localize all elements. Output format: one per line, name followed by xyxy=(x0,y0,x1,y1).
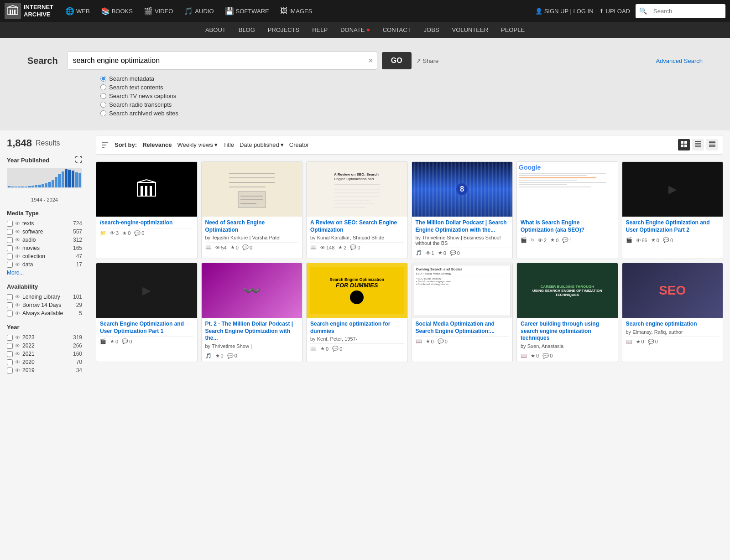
fav-7: ★ 0 xyxy=(110,338,118,344)
nav-projects[interactable]: PROJECTS xyxy=(266,26,301,34)
sort-creator[interactable]: Creator xyxy=(289,141,309,148)
card-body-12: Search engine optimization by Elmansy, R… xyxy=(622,318,723,347)
nav-contact[interactable]: CONTACT xyxy=(381,26,413,34)
go-button[interactable]: GO xyxy=(382,52,412,69)
card-stats-10: 📖 ★ 0 💬 0 xyxy=(416,336,509,344)
radio-radio[interactable] xyxy=(100,102,106,108)
option-web[interactable]: Search archived web sites xyxy=(100,110,703,117)
result-card-1[interactable]: /search-engine-optimization 📁 👁 3 ★ 0 💬 xyxy=(96,161,198,259)
checkbox-borrow[interactable] xyxy=(7,302,13,308)
nav-books[interactable]: 📚 BOOKS xyxy=(97,5,136,17)
card-title-1: /search-engine-optimization xyxy=(100,219,193,227)
result-card-11[interactable]: CAREER BUILDING THROUGH USING SEARCH ENG… xyxy=(516,263,618,362)
option-tv[interactable]: Search TV news captions xyxy=(100,93,703,99)
filter-2022: 👁 2022 266 xyxy=(7,342,82,349)
checkbox-audio[interactable] xyxy=(7,237,13,243)
search-input-top[interactable] xyxy=(649,5,722,17)
option-text[interactable]: Search text contents xyxy=(100,84,703,91)
nav-about[interactable]: ABOUT xyxy=(203,26,228,34)
result-card-8[interactable]: 〰️ Pt. 2 - The Million Dollar Podcast | … xyxy=(201,263,303,362)
nav-software[interactable]: 💾 SOFTWARE xyxy=(221,5,273,17)
svg-rect-4 xyxy=(12,10,13,15)
radio-tv[interactable] xyxy=(100,93,106,99)
result-card-3[interactable]: A Review on SEO: Search Engine Optimizat… xyxy=(306,161,408,259)
checkbox-2021[interactable] xyxy=(7,351,13,357)
card-title-4: The Million Dollar Podcast | Search Engi… xyxy=(416,219,509,233)
card-stats-3: 📖 👁 148 ★ 2 💬 0 xyxy=(310,242,404,250)
result-card-9[interactable]: Search Engine Optimization FOR DUMMIES S… xyxy=(306,263,408,362)
music-icon-8: 🎵 xyxy=(205,353,212,359)
nav-images[interactable]: 🖼 IMAGES xyxy=(276,5,316,17)
result-card-2[interactable]: Need of Search Engine Optimization by Te… xyxy=(201,161,303,259)
nav-volunteer[interactable]: VOLUNTEER xyxy=(450,26,490,34)
book-icon-3: 📖 xyxy=(310,244,317,250)
checkbox-2020[interactable] xyxy=(7,359,13,365)
sort-weekly-views[interactable]: Weekly views ▾ xyxy=(177,141,218,148)
checkbox-collection[interactable] xyxy=(7,254,13,259)
result-card-5[interactable]: Google What is Search Engine Optimizatio… xyxy=(516,161,618,259)
radio-text[interactable] xyxy=(100,84,106,90)
video-icon: 🎬 xyxy=(144,7,153,16)
radio-web[interactable] xyxy=(100,110,106,116)
comments-5: 💬 1 xyxy=(562,237,572,243)
radio-metadata[interactable] xyxy=(100,76,106,82)
svg-rect-26 xyxy=(145,186,147,196)
result-card-6[interactable]: ▶ Search Engine Optimization and User Op… xyxy=(622,161,724,259)
checkbox-2023[interactable] xyxy=(7,335,13,341)
sort-relevance[interactable]: Relevance xyxy=(142,141,172,148)
seo-3d-text: SEO xyxy=(659,283,686,298)
card-thumb-7: ▶ xyxy=(96,263,197,318)
sort-icon xyxy=(101,141,109,149)
year-chart xyxy=(7,168,82,195)
option-radio[interactable]: Search radio transcripts xyxy=(100,101,703,108)
sort-date[interactable]: Date published ▾ xyxy=(240,141,284,148)
filter-always: 👁 Always Available 5 xyxy=(7,310,82,316)
results-count: 1,848 xyxy=(7,137,32,149)
nav-help[interactable]: HELP xyxy=(310,26,329,34)
result-card-7[interactable]: ▶ Search Engine Optimization and User Op… xyxy=(96,263,198,362)
list-view-button[interactable] xyxy=(692,139,704,150)
nav-audio[interactable]: 🎵 AUDIO xyxy=(180,5,217,17)
svg-rect-13 xyxy=(695,141,701,142)
grid-view-button[interactable] xyxy=(678,139,690,150)
nav-jobs[interactable]: JOBS xyxy=(422,26,441,34)
sidebar: 1,848 Results Year Published ⛶ xyxy=(0,130,89,404)
card-thumb-8: 〰️ xyxy=(202,263,302,318)
book-icon-2: 📖 xyxy=(205,244,212,250)
nav-people[interactable]: PEOPLE xyxy=(499,26,527,34)
compact-view-button[interactable] xyxy=(706,139,718,150)
sign-in-link[interactable]: 👤 SIGN UP | LOG IN xyxy=(535,8,594,15)
more-media-link[interactable]: More... xyxy=(7,270,82,276)
svg-rect-19 xyxy=(709,144,715,145)
nav-donate[interactable]: DONATE ♥ xyxy=(339,26,372,34)
expand-year-icon[interactable]: ⛶ xyxy=(75,156,82,164)
fav-2: ★ 0 xyxy=(230,244,239,250)
result-card-10[interactable]: Owning Search and Social SEO + Social Me… xyxy=(412,263,513,362)
nav-blog[interactable]: BLOG xyxy=(237,26,257,34)
card-body-6: Search Engine Optimization and User Opti… xyxy=(622,217,723,246)
advanced-search-link[interactable]: Advanced Search xyxy=(656,57,703,64)
checkbox-data[interactable] xyxy=(7,262,13,268)
checkbox-texts[interactable] xyxy=(7,221,13,227)
result-card-12[interactable]: SEO Search engine optimization by Elmans… xyxy=(622,263,724,362)
clear-button[interactable]: × xyxy=(365,54,377,68)
checkbox-software[interactable] xyxy=(7,229,13,235)
option-metadata[interactable]: Search metadata xyxy=(100,75,703,82)
search-input[interactable] xyxy=(68,52,365,69)
share-button[interactable]: ↗ Share xyxy=(416,57,439,64)
result-card-4[interactable]: 8 The Million Dollar Podcast | Search En… xyxy=(412,161,513,259)
nav-video[interactable]: 🎬 VIDEO xyxy=(140,5,177,17)
checkbox-always[interactable] xyxy=(7,311,13,316)
checkbox-movies[interactable] xyxy=(7,245,13,251)
card-thumb-9: Search Engine Optimization FOR DUMMIES xyxy=(307,263,407,318)
checkbox-2019[interactable] xyxy=(7,368,13,373)
checkbox-lending[interactable] xyxy=(7,294,13,300)
comment-icon-1: 💬 xyxy=(134,230,141,236)
upload-link[interactable]: ⬆ UPLOAD xyxy=(599,8,630,15)
logo[interactable]: INTERNET ARCHIVE xyxy=(5,3,53,19)
eye-texts-icon: 👁 xyxy=(15,221,20,226)
sort-title[interactable]: Title xyxy=(223,141,234,148)
nav-web[interactable]: 🌐 WEB xyxy=(62,5,94,17)
compact-icon xyxy=(709,141,715,147)
checkbox-2022[interactable] xyxy=(7,343,13,349)
